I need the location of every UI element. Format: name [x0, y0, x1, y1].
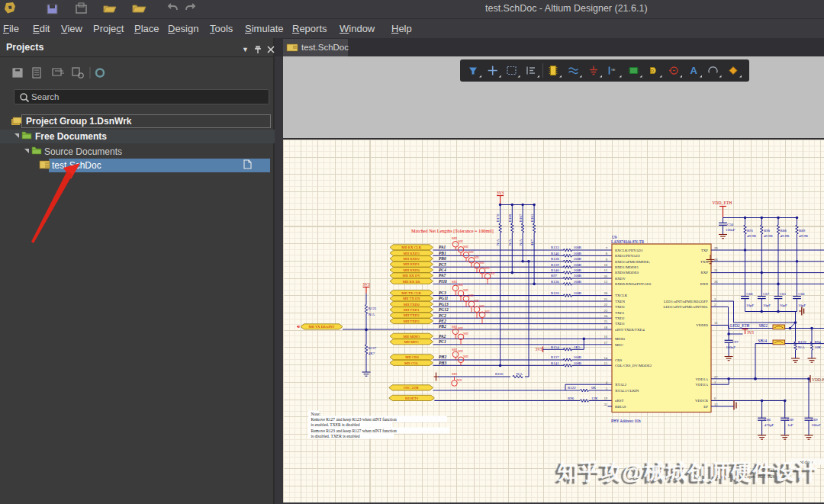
svg-text:is disabled. TXER is enabled: is disabled. TXER is enabled — [311, 434, 360, 438]
svg-text:2: 2 — [714, 303, 716, 307]
svg-text:17: 17 — [604, 341, 607, 345]
svg-text:PC5: PC5 — [439, 262, 446, 267]
svg-text:49.9R: 49.9R — [799, 234, 809, 238]
svg-text:Note:: Note: — [311, 412, 321, 416]
svg-text:RXD2/nPME/RMIISE;: RXD2/nPME/RMIISE; — [615, 260, 650, 264]
svg-text:100R: 100R — [574, 268, 582, 272]
svg-text:N/A: N/A — [517, 372, 523, 376]
svg-text:470pF: 470pF — [764, 423, 774, 427]
svg-text:RXD3/PHYAD2: RXD3/PHYAD2 — [615, 254, 640, 258]
svg-text:100nF: 100nF — [726, 228, 735, 232]
svg-text:MII: MII — [463, 355, 468, 358]
svg-text:R137: R137 — [551, 355, 559, 359]
svg-text:MII: MII — [452, 348, 458, 352]
svg-text:6: 6 — [714, 396, 716, 400]
svg-text:MII TX CLK: MII TX CLK — [401, 291, 421, 295]
svg-text:MII: MII — [479, 304, 484, 308]
svg-text:R96: R96 — [568, 396, 575, 400]
svg-text:LED1:nINT/nPME/REGOFF: LED1:nINT/nPME/REGOFF — [664, 300, 708, 303]
svg-text:PHY Address: 01h: PHY Address: 01h — [611, 419, 641, 423]
svg-text:11: 11 — [604, 268, 608, 272]
svg-text:LED2/nINT/nPME/nINTSEL: LED2/nINT/nPME/nINTSEL — [664, 305, 708, 309]
svg-text:D: D — [651, 69, 654, 73]
svg-text:MII TXD2: MII TXD2 — [404, 313, 420, 317]
svg-text:14: 14 — [604, 356, 607, 360]
svg-text:PB0: PB0 — [439, 256, 446, 261]
svg-text:MII RXD0: MII RXD0 — [404, 268, 420, 272]
svg-text:23: 23 — [604, 309, 607, 313]
svg-text:MII MDC: MII MDC — [404, 340, 419, 344]
svg-text:▼: ▼ — [242, 46, 249, 53]
svg-text:28: 28 — [714, 258, 718, 262]
svg-text:N/A: N/A — [798, 345, 805, 349]
svg-text:R123: R123 — [369, 307, 377, 310]
svg-text:VDD-ET: VDD-ET — [812, 377, 824, 382]
svg-text:5: 5 — [606, 387, 608, 390]
svg-text:4K7: 4K7 — [369, 352, 375, 355]
svg-text:CRS: CRS — [615, 358, 623, 362]
svg-text:10pF: 10pF — [763, 303, 771, 307]
svg-text:VDD2A: VDD2A — [695, 383, 708, 387]
svg-text:10pF: 10pF — [746, 303, 754, 307]
svg-text:7: 7 — [606, 246, 608, 250]
svg-text:TXCLK: TXCLK — [615, 294, 628, 297]
svg-text:18: 18 — [604, 326, 607, 329]
svg-text:100R: 100R — [574, 252, 582, 255]
svg-text:SB22: SB22 — [759, 323, 768, 328]
svg-text:36: 36 — [714, 280, 718, 284]
svg-text:N/A: N/A — [508, 239, 512, 246]
svg-text:C65: C65 — [780, 292, 787, 296]
svg-text:PI10: PI10 — [439, 279, 447, 284]
svg-text:R90: R90 — [764, 229, 771, 233]
svg-text:RBIAS: RBIAS — [615, 405, 626, 409]
svg-text:MII CRS: MII CRS — [405, 355, 419, 359]
svg-text:RXDV: RXDV — [615, 277, 626, 281]
svg-text:LED2_ETH: LED2_ETH — [730, 323, 750, 328]
svg-text:0R: 0R — [591, 386, 596, 390]
svg-text:MII: MII — [458, 349, 463, 353]
svg-text:TXN: TXN — [700, 260, 709, 264]
svg-text:MII TX ER/nINT: MII TX ER/nINT — [308, 325, 334, 329]
svg-text:PG13: PG13 — [439, 302, 449, 307]
svg-text:C68: C68 — [746, 292, 753, 296]
svg-text:R165: R165 — [530, 213, 534, 222]
svg-text:nINT/TXER/TXD4: nINT/TXER/TXD4 — [615, 328, 645, 332]
svg-text:32: 32 — [604, 403, 607, 406]
svg-text:R91: R91 — [747, 229, 754, 233]
svg-text:10pF: 10pF — [798, 303, 806, 307]
svg-text:R138: R138 — [551, 257, 559, 261]
svg-text:MII: MII — [479, 261, 484, 265]
svg-text:C56: C56 — [727, 223, 734, 226]
svg-text:Matched Net Lengths [Tolerance: Matched Net Lengths [Tolerance = 100mil] — [411, 228, 494, 233]
svg-text:MDIO: MDIO — [615, 337, 626, 341]
svg-text:PH3: PH3 — [439, 361, 446, 365]
svg-text:TXP: TXP — [701, 249, 709, 252]
svg-text:1K5: 1K5 — [574, 345, 581, 349]
svg-text:RXD1/MODE1: RXD1/MODE1 — [615, 265, 639, 269]
svg-text:TXEN: TXEN — [615, 300, 626, 303]
svg-text:4: 4 — [606, 380, 608, 384]
svg-text:Remove R127 and keep R123 when: Remove R127 and keep R123 when nINT func… — [311, 417, 397, 422]
svg-text:is enabled. TXER is disabled: is enabled. TXER is disabled — [311, 422, 360, 427]
svg-text:MII: MII — [452, 280, 458, 284]
svg-text:MII RX ER: MII RX ER — [403, 280, 420, 284]
svg-text:3V3: 3V3 — [497, 191, 504, 195]
svg-text:100R: 100R — [574, 355, 582, 359]
svg-text:3V3: 3V3 — [747, 330, 754, 335]
svg-text:10K: 10K — [815, 345, 822, 349]
svg-text:C97: C97 — [732, 340, 739, 344]
svg-text:R140: R140 — [551, 268, 559, 272]
svg-text:RXER/RXD4/PHYAD0: RXER/RXD4/PHYAD0 — [615, 282, 652, 286]
svg-text:MII: MII — [463, 332, 468, 335]
svg-text:Remove R123 and keep R127 whe: Remove R123 and keep R127 when nINT func… — [311, 429, 397, 433]
svg-text:12K: 12K — [591, 396, 598, 400]
svg-text:PA1: PA1 — [439, 245, 446, 249]
svg-text:22: 22 — [604, 303, 607, 307]
svg-text:4K7: 4K7 — [530, 239, 534, 246]
svg-text:TXD2: TXD2 — [615, 316, 625, 320]
svg-text:PC3: PC3 — [439, 291, 446, 295]
svg-text:100R: 100R — [574, 280, 582, 284]
svg-text:MII: MII — [452, 325, 458, 329]
svg-text:100R: 100R — [574, 274, 582, 278]
svg-text:VDDCR: VDDCR — [695, 399, 709, 403]
